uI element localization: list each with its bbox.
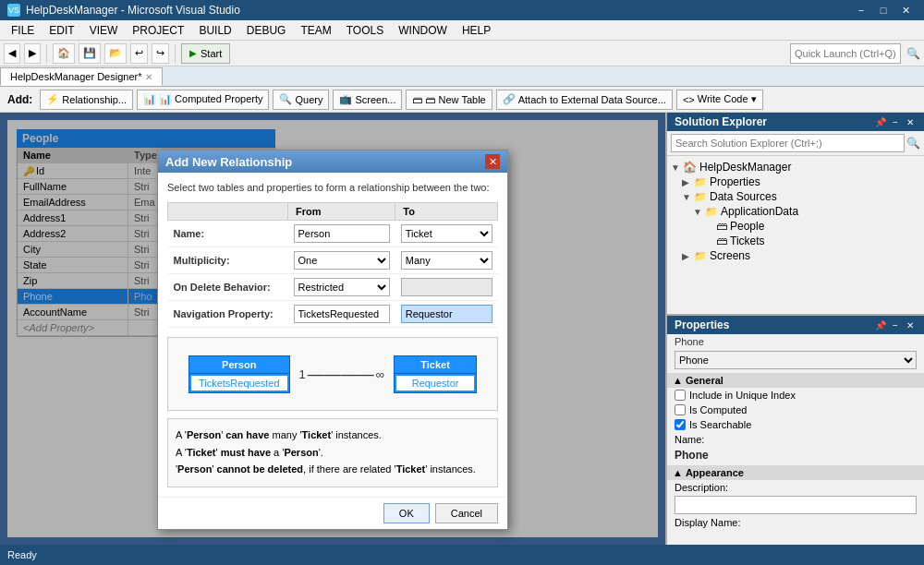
datasources-folder-icon: 📁 xyxy=(694,191,707,203)
solution-explorer-label: Solution Explorer xyxy=(675,115,767,128)
tree-item-screens[interactable]: ▶ 📁 Screens xyxy=(667,248,924,263)
rel-text-3: 'Person' cannot be deleted, if there are… xyxy=(176,462,490,478)
solution-search-icon: 🔍 xyxy=(906,137,920,150)
people-table-icon: 🗃 xyxy=(716,220,727,233)
datasources-label: Data Sources xyxy=(710,190,777,203)
add-relationship-button[interactable]: ⚡ Relationship... xyxy=(40,90,133,110)
ok-button[interactable]: OK xyxy=(383,503,430,523)
props-pin-button[interactable]: 📌 xyxy=(874,319,887,331)
table-add-icon: 🗃 xyxy=(412,94,422,105)
to-nav-input[interactable] xyxy=(401,305,492,323)
form-from-multiplicity: One Many Zero or One xyxy=(288,247,395,274)
props-desc-label: Description: xyxy=(667,480,924,495)
search-icon[interactable]: 🔍 xyxy=(906,47,920,60)
toolbar-save[interactable]: 💾 xyxy=(79,43,101,64)
unique-index-checkbox[interactable] xyxy=(675,390,686,401)
toolbar-open[interactable]: 📂 xyxy=(104,43,127,64)
toolbar-sep-1 xyxy=(46,44,47,63)
modal-body: Select two tables and properties to form… xyxy=(158,173,507,497)
delete-behavior-select[interactable]: Restricted Cascade Ignore xyxy=(294,278,390,296)
toolbar-redo[interactable]: ↪ xyxy=(152,43,169,64)
menu-edit[interactable]: EDIT xyxy=(42,22,81,39)
menu-build[interactable]: BUILD xyxy=(191,22,238,39)
tickets-label: Tickets xyxy=(730,234,765,247)
start-button[interactable]: ▶ Start xyxy=(181,43,230,64)
add-relationship-modal: Add New Relationship ✕ Select two tables… xyxy=(157,150,508,530)
add-computed-property-button[interactable]: 📊 📊 Computed Property xyxy=(137,90,269,110)
diagram-person-header: Person xyxy=(189,356,289,374)
tree-item-appdata[interactable]: ▼ 📁 ApplicationData xyxy=(667,204,924,219)
close-button[interactable]: ✕ xyxy=(894,0,917,20)
add-query-button[interactable]: 🔍 Query xyxy=(273,90,329,110)
line-symbol: ———— xyxy=(308,365,374,384)
add-table-button[interactable]: 🗃 🗃 New Table xyxy=(406,90,492,110)
from-name-input[interactable] xyxy=(294,224,390,243)
props-type-select[interactable]: Phone String Integer xyxy=(675,351,917,369)
menu-help[interactable]: HELP xyxy=(455,22,498,39)
is-computed-checkbox[interactable] xyxy=(675,404,686,415)
is-searchable-checkbox[interactable] xyxy=(675,419,686,430)
tab-close-icon[interactable]: ✕ xyxy=(145,72,152,82)
to-multiplicity-select[interactable]: Many One xyxy=(401,251,492,270)
restore-button[interactable]: □ xyxy=(872,0,894,20)
menu-file[interactable]: FILE xyxy=(4,22,42,39)
root-icon: 🏠 xyxy=(683,161,697,174)
modal-close-button[interactable]: ✕ xyxy=(485,154,500,169)
menu-window[interactable]: WINDOW xyxy=(391,22,455,39)
play-icon: ▶ xyxy=(189,48,197,58)
cancel-button[interactable]: Cancel xyxy=(435,503,498,523)
toolbar-home[interactable]: 🏠 xyxy=(53,43,75,64)
tree-item-properties[interactable]: ▶ 📁 Properties xyxy=(667,174,924,189)
computed-icon: 📊 xyxy=(143,93,156,105)
tree-item-datasources[interactable]: ▼ 📁 Data Sources xyxy=(667,189,924,204)
code-icon: <> xyxy=(683,94,695,105)
solution-explorer-title: Solution Explorer 📌 − ✕ xyxy=(667,113,924,131)
appearance-section-label: Appearance xyxy=(686,467,744,478)
properties-label: Properties xyxy=(710,175,760,188)
toolbar-undo[interactable]: ↩ xyxy=(130,43,148,64)
solution-search-box: 🔍 xyxy=(667,131,924,156)
minimize-button[interactable]: − xyxy=(850,0,872,20)
collapse-general-icon: ▲ xyxy=(673,375,683,386)
designer-tab[interactable]: HelpDeskManager Designer* ✕ xyxy=(0,67,163,86)
toolbar-forward[interactable]: ▶ xyxy=(24,43,41,64)
props-close-button[interactable]: ✕ xyxy=(904,319,917,331)
to-delete-input[interactable] xyxy=(401,278,492,296)
from-nav-input[interactable] xyxy=(294,305,390,323)
sol-pin-button[interactable]: 📌 xyxy=(874,115,887,128)
sol-close-button[interactable]: ✕ xyxy=(904,115,917,128)
modal-footer: OK Cancel xyxy=(158,497,507,529)
form-label-nav: Navigation Property: xyxy=(168,301,288,328)
props-type-label: Phone xyxy=(675,336,704,347)
tree-item-root[interactable]: ▼ 🏠 HelpDeskManager xyxy=(667,160,924,174)
diagram-person-table: Person TicketsRequested xyxy=(188,355,290,393)
tree-item-tickets[interactable]: 🗃 Tickets xyxy=(667,234,924,248)
props-appearance-section: ▲ Appearance xyxy=(667,465,924,480)
add-screen-button[interactable]: 📺 Screen... xyxy=(333,90,402,110)
relationship-label: Relationship... xyxy=(62,94,127,105)
from-multiplicity-select[interactable]: One Many Zero or One xyxy=(294,251,390,270)
solution-search-input[interactable] xyxy=(671,134,905,152)
menu-tools[interactable]: TOOLS xyxy=(339,22,391,39)
menu-team[interactable]: TEAM xyxy=(293,22,338,39)
props-minimize-button[interactable]: − xyxy=(889,319,902,331)
toolbar-back[interactable]: ◀ xyxy=(4,43,20,64)
menu-view[interactable]: VIEW xyxy=(82,22,126,39)
quick-launch-input[interactable] xyxy=(790,43,901,64)
people-label: People xyxy=(730,220,764,233)
properties-title-label: Properties xyxy=(675,319,729,331)
attach-external-button[interactable]: 🔗 Attach to External Data Source... xyxy=(496,90,673,110)
to-name-select[interactable]: Ticket xyxy=(401,224,492,243)
menu-debug[interactable]: DEBUG xyxy=(239,22,294,39)
right-panel: Solution Explorer 📌 − ✕ 🔍 ▼ 🏠 HelpDeskMa… xyxy=(665,113,924,545)
title-bar: VS HelpDeskManager - Microsoft Visual St… xyxy=(0,0,924,20)
sol-minimize-button[interactable]: − xyxy=(889,115,902,128)
menu-project[interactable]: PROJECT xyxy=(125,22,191,39)
tree-item-people[interactable]: 🗃 People xyxy=(667,219,924,234)
write-code-button[interactable]: <> Write Code ▾ xyxy=(676,90,763,110)
expand-screens: ▶ xyxy=(682,251,691,261)
diagram-ticket-header: Ticket xyxy=(395,356,476,374)
description-input[interactable] xyxy=(675,496,917,514)
solution-tree: ▼ 🏠 HelpDeskManager ▶ 📁 Properties ▼ 📁 D… xyxy=(667,156,924,267)
tickets-table-icon: 🗃 xyxy=(716,234,727,247)
